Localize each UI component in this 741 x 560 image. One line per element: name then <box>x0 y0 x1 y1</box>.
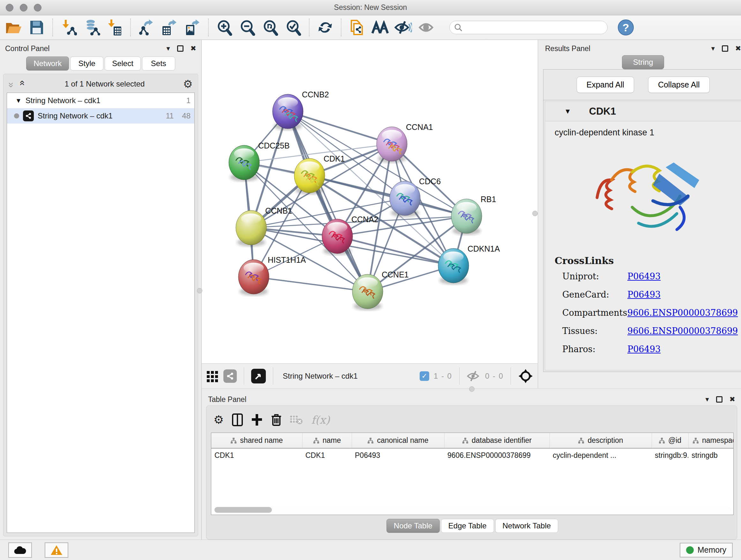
import-table-from-file-button[interactable] <box>105 18 124 37</box>
import-network-from-database-button[interactable] <box>82 18 101 37</box>
expand-all-networks-icon[interactable]: » <box>16 82 27 86</box>
panel-close-icon[interactable]: ✖ <box>191 44 196 53</box>
table-row[interactable]: CDK1CDK1P064939606.ENSP00000378699cyclin… <box>211 448 734 462</box>
network-graph[interactable]: CCNB2CCNA1CDC25BCDK1CDC6RB1CCNB1CCNA2CDK… <box>202 40 538 363</box>
export-table-button[interactable] <box>160 18 179 37</box>
toolbar-separator <box>52 18 53 37</box>
zoom-in-button[interactable] <box>215 18 233 37</box>
search-icon <box>454 23 462 32</box>
import-network-from-file-button[interactable] <box>59 18 78 37</box>
show-all-button[interactable] <box>417 18 435 37</box>
birds-eye-view-icon[interactable] <box>251 369 266 383</box>
memory-button[interactable]: Memory <box>680 543 733 557</box>
table-horizontal-scrollbar[interactable] <box>213 506 731 513</box>
network-node-CCNE1[interactable]: CCNE1 <box>352 270 409 310</box>
collapse-all-networks-icon[interactable]: » <box>6 82 17 86</box>
first-neighbors-button[interactable] <box>371 18 389 37</box>
center-splitter-handle[interactable] <box>469 386 475 392</box>
column-header-namespace[interactable]: namespace <box>688 433 734 448</box>
network-edge-CDK1-RB1[interactable] <box>310 176 467 216</box>
delete-column-trash-icon[interactable] <box>271 413 282 427</box>
network-node-HIST1H1A[interactable]: HIST1H1A <box>239 255 306 296</box>
tab-node-table[interactable]: Node Table <box>387 519 440 533</box>
tab-network[interactable]: Network <box>26 57 69 71</box>
column-header-@id[interactable]: @id <box>652 433 688 448</box>
hide-selection-button[interactable] <box>394 18 412 37</box>
network-node-RB1[interactable]: RB1 <box>451 195 496 235</box>
open-session-button[interactable] <box>4 18 23 37</box>
create-column-plus-icon[interactable] <box>251 414 263 426</box>
network-node-CDKN1A[interactable]: CDKN1A <box>438 244 500 285</box>
network-node-CDC25B[interactable]: CDC25B <box>229 141 290 181</box>
network-edge-CCNB2-CCNE1[interactable] <box>288 111 367 292</box>
zoom-out-button[interactable] <box>238 18 257 37</box>
export-image-button[interactable] <box>183 18 202 37</box>
crosslink-link[interactable]: P06493 <box>627 344 661 354</box>
table-settings-gear-icon[interactable]: ⚙ <box>213 413 224 427</box>
expand-all-button[interactable]: Expand All <box>577 77 634 93</box>
cloud-status-button[interactable] <box>8 543 32 558</box>
export-network-button[interactable] <box>137 18 156 37</box>
right-splitter-handle[interactable] <box>532 211 538 216</box>
tab-sets[interactable]: Sets <box>142 57 175 71</box>
panel-menu-icon[interactable]: ▾ <box>166 44 170 53</box>
warnings-button[interactable] <box>45 543 68 558</box>
network-edge-CCNB2-CCNA1[interactable] <box>288 111 392 144</box>
zoom-selected-button[interactable] <box>284 18 302 37</box>
grid-view-icon[interactable] <box>206 370 219 382</box>
panel-float-icon[interactable] <box>722 45 728 52</box>
tab-select[interactable]: Select <box>105 57 141 71</box>
crosslink-link[interactable]: P06493 <box>627 290 661 300</box>
entry-expander-icon[interactable]: ▼ <box>564 107 571 116</box>
panel-close-icon[interactable]: ✖ <box>730 395 735 403</box>
panel-float-icon[interactable] <box>177 45 184 52</box>
panel-close-icon[interactable]: ✖ <box>735 44 741 53</box>
new-network-from-selection-button[interactable] <box>348 18 366 37</box>
save-session-button[interactable] <box>27 18 46 37</box>
tab-string[interactable]: String <box>622 55 664 69</box>
tab-edge-table[interactable]: Edge Table <box>441 519 494 533</box>
apply-layout-button[interactable] <box>316 18 334 37</box>
hidden-eye-icon[interactable] <box>467 370 481 382</box>
network-collection-row[interactable]: ▼ String Network – cdk1 1 <box>7 93 194 108</box>
column-header-canonical-name[interactable]: canonical name <box>352 433 444 448</box>
node-entry-header[interactable]: ▼ CDK1 <box>545 102 741 121</box>
delete-table-icon[interactable] <box>290 415 303 425</box>
left-splitter-handle[interactable] <box>197 288 202 294</box>
network-node-CCNA2[interactable]: CCNA2 <box>322 215 379 255</box>
panel-menu-icon[interactable]: ▾ <box>711 44 715 53</box>
zoom-fit-button[interactable] <box>261 18 280 37</box>
show-columns-icon[interactable] <box>232 414 243 426</box>
share-view-icon[interactable] <box>223 369 237 383</box>
tab-style[interactable]: Style <box>70 57 104 71</box>
crosslink-link[interactable]: 9606.ENSP00000378699 <box>627 308 738 318</box>
network-edge-HIST1H1A-CCNE1[interactable] <box>254 277 367 292</box>
crosslink-link[interactable]: 9606.ENSP00000378699 <box>627 326 738 336</box>
collection-expander-icon[interactable]: ▼ <box>15 97 22 105</box>
network-canvas[interactable]: CCNB2CCNA1CDC25BCDK1CDC6RB1CCNB1CCNA2CDK… <box>202 40 538 363</box>
function-builder-icon[interactable]: f(x) <box>311 414 330 426</box>
network-node-label-CDKN1A: CDKN1A <box>468 244 500 253</box>
panel-menu-icon[interactable]: ▾ <box>705 395 709 403</box>
column-header-database-identifier[interactable]: database identifier <box>444 433 549 448</box>
search-box[interactable] <box>449 21 608 34</box>
column-header-shared-name[interactable]: shared name <box>211 433 302 448</box>
crosslink-link[interactable]: P06493 <box>627 271 661 281</box>
crosslink-label: Compartments: <box>562 308 626 318</box>
collapse-all-button[interactable]: Collapse All <box>648 77 710 93</box>
fit-selection-crosshair-icon[interactable] <box>518 368 533 384</box>
scrollbar-thumb[interactable] <box>214 507 272 513</box>
panel-float-icon[interactable] <box>716 396 723 402</box>
table-cell: stringdb <box>688 448 734 462</box>
network-node-CCNB2[interactable]: CCNB2 <box>273 90 329 130</box>
help-button[interactable]: ? <box>618 19 634 36</box>
network-node-CDK1[interactable]: CDK1 <box>294 154 345 194</box>
column-header-name[interactable]: name <box>302 433 352 448</box>
selected-nodes-checkbox[interactable]: ✓ <box>420 371 429 381</box>
tab-network-table[interactable]: Network Table <box>495 519 558 533</box>
network-row-selected[interactable]: String Network – cdk1 11 48 <box>7 108 194 124</box>
import-network-icon <box>60 19 77 36</box>
column-header-description[interactable]: description <box>549 433 652 448</box>
search-input[interactable] <box>466 23 603 32</box>
network-options-gear-icon[interactable]: ⚙ <box>183 78 193 90</box>
